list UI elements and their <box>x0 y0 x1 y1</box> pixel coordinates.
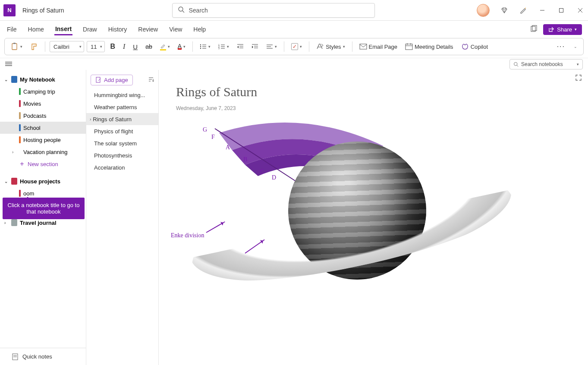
share-button[interactable]: Share ▾ <box>543 24 582 35</box>
font-color-button[interactable]: A▾ <box>175 40 188 53</box>
paste-button[interactable]: ▾ <box>8 40 25 53</box>
page-rings-of-saturn[interactable]: ›Rings of Saturn <box>86 113 158 125</box>
svg-rect-32 <box>360 44 367 49</box>
bold-button[interactable]: B <box>107 40 118 53</box>
pen-icon[interactable] <box>519 6 528 15</box>
align-button[interactable]: ▾ <box>264 40 280 53</box>
new-section-button[interactable]: +New section <box>0 158 86 170</box>
tab-insert[interactable]: Insert <box>54 24 72 35</box>
ring-label-A: A <box>226 144 230 151</box>
svg-point-11 <box>200 44 201 45</box>
tab-history[interactable]: History <box>107 24 128 35</box>
saturn-planet <box>288 142 426 280</box>
todo-tag-button[interactable]: ✓▾ <box>289 40 305 53</box>
indent-button[interactable] <box>249 40 261 53</box>
styles-button[interactable]: Styles▾ <box>314 40 347 53</box>
search-icon <box>178 6 185 14</box>
svg-line-41 <box>517 65 518 66</box>
page-date: Wednesday, June 7, 2023 <box>176 105 571 111</box>
ring-label-C: C <box>260 168 264 175</box>
section-vacation-planning[interactable]: ›Vacation planning <box>0 146 86 158</box>
saturn-illustration: G F A B C D Enke division Cassini divisi… <box>176 124 521 314</box>
page-hummingbird-wing-[interactable]: Hummingbird wing... <box>86 89 158 101</box>
format-painter-button[interactable] <box>28 40 41 53</box>
ring-label-B: B <box>243 156 247 163</box>
share-label: Share <box>557 26 572 33</box>
copilot-button[interactable]: Copilot <box>459 40 491 53</box>
svg-point-0 <box>179 7 183 11</box>
svg-point-15 <box>200 48 201 49</box>
ribbon-toolbar: ▾ Cailbri 11 B I U ab ▾ A▾ ▾ 123▾ ▾ ✓▾ S… <box>4 38 584 55</box>
outdent-button[interactable] <box>234 40 246 53</box>
tab-file[interactable]: File <box>6 24 18 35</box>
section-movies[interactable]: Movies <box>0 98 86 110</box>
search-input[interactable]: Search <box>172 3 375 18</box>
search-notebooks-placeholder: Search notebooks <box>521 61 563 67</box>
page-the-solar-system[interactable]: The solar system <box>86 137 158 149</box>
enke-arrow <box>206 221 225 233</box>
search-notebooks-input[interactable]: Search notebooks ▾ <box>509 59 583 69</box>
section-school[interactable]: School <box>0 122 86 134</box>
strikethrough-button[interactable]: ab <box>143 40 155 53</box>
onenote-app-icon: N <box>3 4 16 16</box>
page-title[interactable]: Rings of Saturn <box>176 85 571 99</box>
cassini-arrow <box>245 239 264 254</box>
svg-rect-33 <box>406 44 412 50</box>
section-hosting-people[interactable]: Hosting people <box>0 134 86 146</box>
coach-tooltip: Click a notebook title to go to that not… <box>3 198 85 219</box>
notebook-sidebar: ⌄My NotebookCamping tripMoviesPodcastsSc… <box>0 70 86 365</box>
add-page-button[interactable]: Add page <box>91 75 133 85</box>
underline-button[interactable]: U <box>130 40 140 53</box>
search-placeholder: Search <box>189 7 208 14</box>
section-camping-trip[interactable]: Camping trip <box>0 85 86 98</box>
cassini-label: Cassini division <box>202 258 241 265</box>
fullscreen-icon[interactable] <box>575 74 582 83</box>
notebook-house-projects[interactable]: ⌄House projects <box>0 175 86 187</box>
menu-bar: File Home Insert Draw History Review Vie… <box>0 21 588 38</box>
page-weather-patterns[interactable]: Weather patterns <box>86 101 158 113</box>
highlight-button[interactable]: ▾ <box>157 40 173 53</box>
nav-toggle-icon[interactable] <box>5 61 12 68</box>
page-content[interactable]: Rings of Saturn Wednesday, June 7, 2023 … <box>159 70 588 365</box>
minimize-button[interactable] <box>538 6 547 15</box>
font-size-select[interactable]: 11 <box>87 41 105 52</box>
svg-text:3: 3 <box>218 47 220 50</box>
tab-review[interactable]: Review <box>137 24 159 35</box>
ribbon-expand-button[interactable]: ⌄ <box>571 40 580 53</box>
sort-pages-icon[interactable] <box>148 76 154 84</box>
notebook-my-notebook[interactable]: ⌄My Notebook <box>0 73 86 85</box>
font-name-select[interactable]: Cailbri <box>50 41 84 52</box>
title-bar: N Rings of Saturn Search <box>0 0 588 21</box>
tab-home[interactable]: Home <box>27 24 45 35</box>
tab-draw[interactable]: Draw <box>82 24 98 35</box>
maximize-button[interactable] <box>557 6 566 15</box>
open-in-app-icon[interactable] <box>530 25 538 34</box>
ring-label-G: G <box>203 126 207 133</box>
more-button[interactable]: ··· <box>554 40 568 53</box>
page-accelaration[interactable]: Accelaration <box>86 161 158 173</box>
sub-header: Search notebooks ▾ <box>0 58 588 70</box>
email-page-button[interactable]: Email Page <box>357 40 400 53</box>
user-avatar[interactable] <box>477 4 490 17</box>
pages-sidebar: Add page Hummingbird wing...Weather patt… <box>86 70 159 365</box>
close-button[interactable] <box>576 6 585 15</box>
diamond-icon[interactable] <box>500 6 509 15</box>
bullets-button[interactable]: ▾ <box>197 40 213 53</box>
svg-point-2 <box>525 8 526 9</box>
tab-help[interactable]: Help <box>192 24 207 35</box>
svg-point-40 <box>514 62 518 66</box>
section-podcasts[interactable]: Podcasts <box>0 110 86 122</box>
enke-label: Enke division <box>171 232 204 239</box>
svg-rect-10 <box>13 43 16 44</box>
document-title: Rings of Saturn <box>22 7 64 14</box>
svg-line-1 <box>182 11 184 13</box>
tab-view[interactable]: View <box>168 24 183 35</box>
ring-label-F: F <box>211 134 215 141</box>
quick-notes-button[interactable]: Quick notes <box>0 348 86 365</box>
numbering-button[interactable]: 123▾ <box>216 40 232 53</box>
page-photosynthesis[interactable]: Photosynthesis <box>86 149 158 161</box>
svg-rect-9 <box>12 44 17 50</box>
page-physics-of-flight[interactable]: Physics of flight <box>86 125 158 137</box>
italic-button[interactable]: I <box>120 40 128 53</box>
meeting-details-button[interactable]: Meeting Details <box>402 40 456 53</box>
